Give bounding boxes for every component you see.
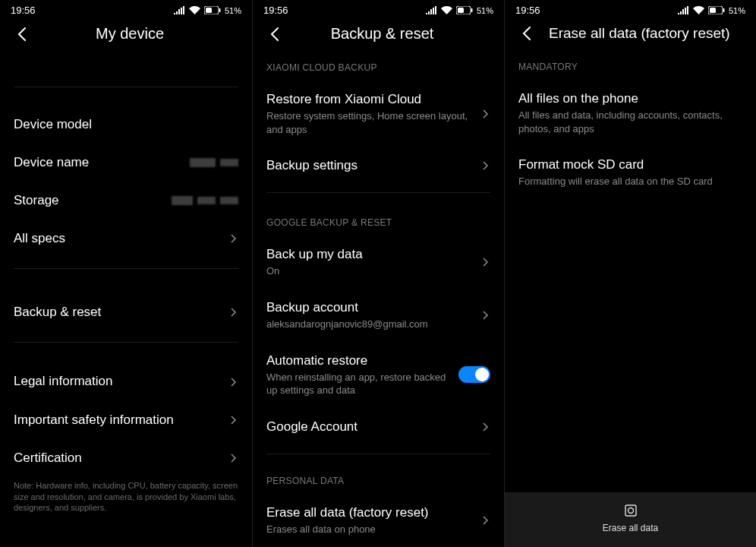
- row-device-model[interactable]: Device model: [0, 106, 252, 144]
- row-erase-all[interactable]: Erase all data (factory reset) Erases al…: [253, 494, 504, 547]
- row-label: Back up my data: [266, 246, 481, 263]
- erase-button-label: Erase all data: [603, 523, 658, 533]
- row-sub: Restore system settings, Home screen lay…: [266, 109, 481, 136]
- row-label: All specs: [14, 230, 229, 247]
- row-storage[interactable]: Storage: [0, 182, 252, 220]
- content[interactable]: XIAOMI CLOUD BACKUP Restore from Xiaomi …: [253, 52, 504, 547]
- row-backup-settings[interactable]: Backup settings: [253, 147, 504, 185]
- battery-icon: [204, 6, 221, 14]
- row-certification[interactable]: Certification: [0, 439, 252, 477]
- chevron-right-icon: [481, 161, 490, 170]
- header: My device: [0, 17, 252, 52]
- row-label: Storage: [14, 192, 172, 209]
- row-label: Erase all data (factory reset): [266, 504, 481, 521]
- back-button[interactable]: [14, 26, 30, 43]
- row-backup-my-data[interactable]: Back up my data On: [253, 236, 504, 289]
- battery-pct: 51%: [477, 6, 493, 15]
- battery-pct: 51%: [225, 6, 241, 15]
- svg-point-10: [628, 508, 633, 514]
- toggle-auto-restore[interactable]: [458, 366, 490, 383]
- row-label: All files on the phone: [518, 90, 742, 107]
- header: Erase all data (factory reset): [505, 17, 756, 51]
- battery-icon: [708, 6, 725, 14]
- section-xiaomi: XIAOMI CLOUD BACKUP: [253, 52, 504, 81]
- section-personal: PERSONAL DATA: [253, 459, 504, 494]
- svg-rect-4: [458, 8, 464, 13]
- row-sub: When reinstalling an app, restore backed…: [266, 371, 451, 397]
- chevron-right-icon: [481, 109, 490, 119]
- svg-rect-2: [219, 8, 220, 12]
- panel-my-device: 19:56 51% My device Device model Device …: [0, 0, 252, 547]
- section-mandatory: MANDATORY: [505, 51, 756, 80]
- wifi-icon: [441, 6, 452, 14]
- svg-rect-7: [710, 8, 716, 13]
- erase-all-button[interactable]: Erase all data: [505, 492, 756, 547]
- battery-icon: [456, 6, 473, 14]
- status-time: 19:56: [11, 5, 36, 16]
- svg-rect-8: [723, 8, 724, 12]
- status-time: 19:56: [263, 5, 288, 16]
- content[interactable]: Device model Device name Storage All spe…: [0, 52, 252, 547]
- panel-erase-all: 19:56 51% Erase all data (factory reset)…: [504, 0, 756, 547]
- row-all-specs[interactable]: All specs: [0, 220, 252, 258]
- row-label: Google Account: [266, 419, 481, 435]
- row-format-sd[interactable]: Format mock SD card Formatting will eras…: [505, 146, 756, 199]
- chevron-right-icon: [229, 378, 238, 387]
- wifi-icon: [189, 6, 200, 14]
- erase-icon: [623, 503, 638, 518]
- row-backup-reset[interactable]: Backup & reset: [0, 293, 252, 331]
- status-icons: 51%: [678, 6, 745, 15]
- row-label: Important safety information: [14, 412, 229, 428]
- page-title: Erase all data (factory reset): [549, 25, 742, 42]
- row-sub: Formatting will erase all data on the SD…: [518, 175, 742, 188]
- row-label: Backup & reset: [14, 304, 229, 321]
- row-all-files[interactable]: All files on the phone All files and dat…: [505, 80, 756, 146]
- row-device-name[interactable]: Device name: [0, 144, 252, 182]
- battery-pct: 51%: [729, 6, 745, 15]
- back-button[interactable]: [518, 25, 535, 42]
- section-google: GOOGLE BACKUP & RESET: [253, 198, 504, 236]
- row-sub: On: [266, 264, 481, 278]
- status-icons: 51%: [426, 6, 493, 15]
- redacted-value: [172, 196, 238, 205]
- status-bar: 19:56 51%: [0, 0, 252, 17]
- chevron-right-icon: [229, 416, 238, 425]
- chevron-right-icon: [481, 311, 490, 320]
- page-title: Backup & reset: [297, 25, 468, 43]
- row-legal[interactable]: Legal information: [0, 362, 252, 400]
- row-label: Backup account: [266, 299, 481, 316]
- signal-icon: [426, 6, 437, 14]
- row-safety[interactable]: Important safety information: [0, 401, 252, 439]
- status-bar: 19:56 51%: [253, 0, 504, 17]
- status-bar: 19:56 51%: [505, 0, 756, 17]
- row-auto-restore[interactable]: Automatic restore When reinstalling an a…: [253, 342, 504, 408]
- row-label: Legal information: [14, 373, 229, 390]
- page-title: My device: [44, 25, 216, 43]
- row-sub: Erases all data on phone: [266, 523, 481, 536]
- chevron-right-icon: [481, 422, 490, 432]
- panel-backup-reset: 19:56 51% Backup & reset XIAOMI CLOUD BA…: [252, 0, 504, 547]
- row-sub: aleksandarognjanovic89@gmail.com: [266, 318, 481, 331]
- status-time: 19:56: [515, 5, 540, 16]
- back-button[interactable]: [266, 26, 283, 43]
- svg-rect-5: [471, 8, 472, 12]
- hardware-note: Note: Hardware info, including CPU, batt…: [0, 477, 252, 522]
- chevron-right-icon: [229, 308, 238, 317]
- chevron-right-icon: [229, 234, 238, 243]
- redacted-value: [190, 158, 238, 167]
- row-backup-account[interactable]: Backup account aleksandarognjanovic89@gm…: [253, 289, 504, 342]
- chevron-right-icon: [481, 258, 490, 267]
- row-google-account[interactable]: Google Account: [253, 408, 504, 446]
- row-label: Automatic restore: [266, 353, 451, 369]
- row-restore-xiaomi[interactable]: Restore from Xiaomi Cloud Restore system…: [253, 81, 504, 147]
- header: Backup & reset: [253, 17, 504, 52]
- chevron-right-icon: [481, 516, 490, 525]
- row-label: Backup settings: [266, 157, 481, 174]
- status-icons: 51%: [174, 6, 241, 15]
- svg-rect-9: [625, 505, 636, 516]
- chevron-right-icon: [229, 454, 238, 463]
- row-sub: All files and data, including accounts, …: [518, 109, 742, 135]
- signal-icon: [678, 6, 689, 14]
- row-label: Device name: [14, 154, 190, 171]
- content[interactable]: MANDATORY All files on the phone All fil…: [505, 51, 756, 492]
